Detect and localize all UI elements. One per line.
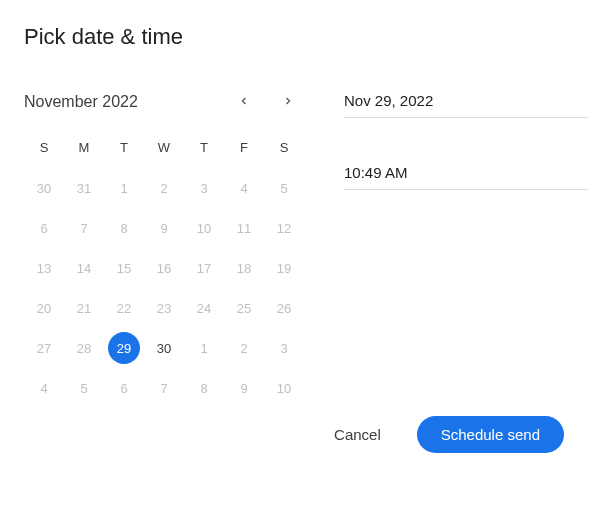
calendar-day[interactable]: 14 [64,248,104,288]
next-month-button[interactable] [272,86,304,118]
calendar-day[interactable]: 19 [264,248,304,288]
days-grid: 3031123456789101112131415161718192021222… [24,168,304,408]
weekday-row: SMTWTFS [24,136,304,160]
calendar-day[interactable]: 13 [24,248,64,288]
calendar-day[interactable]: 11 [224,208,264,248]
calendar-day[interactable]: 9 [144,208,184,248]
calendar-day[interactable]: 8 [104,208,144,248]
calendar-day[interactable]: 3 [184,168,224,208]
date-input[interactable] [344,86,588,118]
prev-month-button[interactable] [228,86,260,118]
calendar-day[interactable]: 20 [24,288,64,328]
calendar-day[interactable]: 1 [104,168,144,208]
calendar-day[interactable]: 7 [144,368,184,408]
calendar-day[interactable]: 5 [264,168,304,208]
calendar-day[interactable]: 15 [104,248,144,288]
schedule-send-button[interactable]: Schedule send [417,416,564,453]
dialog-title: Pick date & time [24,24,588,50]
weekday-header: W [144,136,184,160]
calendar-day[interactable]: 6 [104,368,144,408]
chevron-right-icon [282,93,294,111]
calendar-day[interactable]: 24 [184,288,224,328]
weekday-header: T [184,136,224,160]
calendar-day[interactable]: 10 [264,368,304,408]
calendar-day[interactable]: 21 [64,288,104,328]
calendar-day[interactable]: 10 [184,208,224,248]
calendar-day[interactable]: 16 [144,248,184,288]
calendar-day[interactable]: 29 [108,332,140,364]
chevron-left-icon [238,93,250,111]
calendar-day[interactable]: 26 [264,288,304,328]
calendar-day[interactable]: 2 [144,168,184,208]
calendar-day[interactable]: 27 [24,328,64,368]
time-input[interactable] [344,158,588,190]
calendar-day[interactable]: 25 [224,288,264,328]
calendar-day[interactable]: 7 [64,208,104,248]
calendar-day[interactable]: 28 [64,328,104,368]
weekday-header: S [24,136,64,160]
calendar-day[interactable]: 8 [184,368,224,408]
calendar-day[interactable]: 31 [64,168,104,208]
calendar-day[interactable]: 30 [144,328,184,368]
calendar-day[interactable]: 4 [24,368,64,408]
cancel-button[interactable]: Cancel [322,418,393,451]
calendar-day[interactable]: 6 [24,208,64,248]
calendar-day[interactable]: 22 [104,288,144,328]
calendar-day[interactable]: 1 [184,328,224,368]
calendar-day[interactable]: 30 [24,168,64,208]
weekday-header: S [264,136,304,160]
calendar: November 2022 SMTWTFS 303112345678910111… [24,86,304,408]
calendar-day[interactable]: 12 [264,208,304,248]
calendar-day[interactable]: 4 [224,168,264,208]
weekday-header: F [224,136,264,160]
calendar-day[interactable]: 9 [224,368,264,408]
calendar-day[interactable]: 3 [264,328,304,368]
month-label: November 2022 [24,93,216,111]
calendar-day[interactable]: 17 [184,248,224,288]
weekday-header: T [104,136,144,160]
calendar-day[interactable]: 23 [144,288,184,328]
calendar-day[interactable]: 5 [64,368,104,408]
calendar-day[interactable]: 18 [224,248,264,288]
weekday-header: M [64,136,104,160]
calendar-day[interactable]: 2 [224,328,264,368]
